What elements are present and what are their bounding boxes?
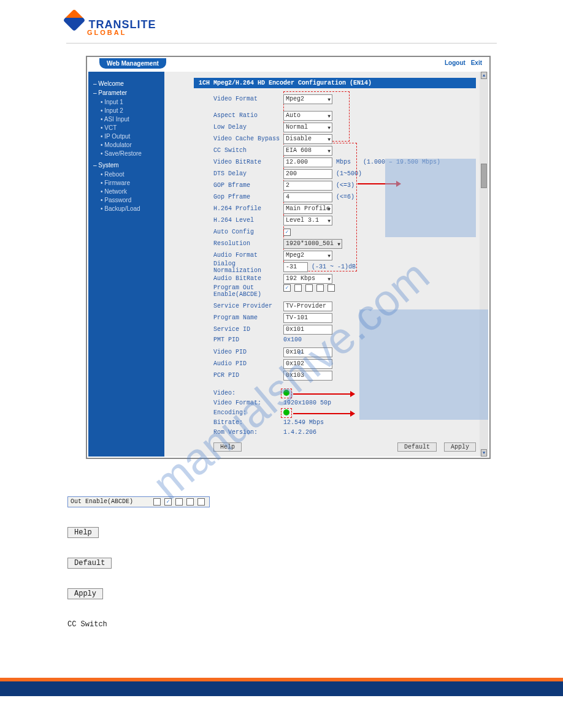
label-audio-bitrate: Audio BitRate xyxy=(213,275,283,282)
status-bitrate-value: 12.549 Mbps xyxy=(283,419,324,429)
checkbox-out-d[interactable] xyxy=(316,284,324,292)
select-aspect-ratio[interactable]: Auto xyxy=(283,111,332,121)
out-enable-strip: Out Enable(ABCDE) ✓ xyxy=(67,496,210,507)
input-audio-pid[interactable]: 0x102 xyxy=(283,359,332,369)
arrow-video xyxy=(293,393,354,395)
status-bitrate-label: Bitrate: xyxy=(213,419,283,429)
sidebar-item-ipout[interactable]: IP Output xyxy=(101,132,159,141)
sidebar: Welcome Parameter Input 1 Input 2 ASI In… xyxy=(88,72,164,457)
status-video-label: Video: xyxy=(213,390,283,400)
label-video-pid: Video PID xyxy=(213,349,283,355)
select-h264-level[interactable]: Level 3.1 xyxy=(283,216,332,226)
select-low-delay[interactable]: Normal xyxy=(283,123,332,132)
sidebar-item-network[interactable]: Network xyxy=(101,188,159,196)
input-gop-pframe[interactable]: 4 xyxy=(283,192,332,202)
checkbox2-d[interactable] xyxy=(186,498,194,506)
sidebar-item-input2[interactable]: Input 2 xyxy=(101,107,159,115)
sidebar-item-save[interactable]: Save/Restore xyxy=(101,150,159,158)
suffix-gop-pframe: (<=6) xyxy=(336,194,354,200)
apply-button[interactable]: Apply xyxy=(444,442,476,452)
label-prog-out: Program OutEnable(ABCDE) xyxy=(213,284,283,298)
status-rom-value: 1.4.2.206 xyxy=(283,429,316,439)
status-video-dot-icon xyxy=(283,390,289,396)
sidebar-item-reboot[interactable]: Reboot xyxy=(101,170,159,179)
select-audio-bitrate[interactable]: 192 Kbps xyxy=(283,274,332,284)
exit-link[interactable]: Exit xyxy=(471,59,482,66)
label-audio-pid: Audio PID xyxy=(213,360,283,367)
select-cc-switch[interactable]: EIA 608 xyxy=(283,146,332,156)
sidebar-item-backup[interactable]: Backup/Load xyxy=(101,205,159,213)
suffix-gop-bframe: (<=3) xyxy=(336,182,354,189)
select-resolution[interactable]: 1920*1080_50i xyxy=(283,239,342,249)
label-pmt-pid: PMT PID xyxy=(213,336,283,343)
help-button[interactable]: Help xyxy=(213,442,242,452)
input-gop-bframe[interactable]: 2 xyxy=(283,181,332,191)
checkbox2-c[interactable] xyxy=(175,498,183,506)
divider xyxy=(66,43,497,44)
sidebar-item-password[interactable]: Password xyxy=(101,196,159,205)
label-video-format: Video Format xyxy=(213,96,283,102)
input-dts-delay[interactable]: 200 xyxy=(283,169,332,179)
logo-icon xyxy=(63,9,86,32)
status-vformat-value: 1920x1080 50p xyxy=(283,400,331,409)
scroll-thumb[interactable] xyxy=(481,164,487,188)
sidebar-welcome[interactable]: Welcome xyxy=(93,80,124,87)
checkbox-out-c[interactable] xyxy=(305,284,313,292)
checkbox-out-a[interactable]: ✓ xyxy=(283,284,291,292)
default-button[interactable]: Default xyxy=(397,442,437,452)
status-encoding-label: Encoding: xyxy=(213,409,283,419)
sidebar-system[interactable]: System xyxy=(93,162,119,169)
label-service-id: Service ID xyxy=(213,326,283,333)
checkbox2-e[interactable] xyxy=(197,498,205,506)
sidebar-item-modulator[interactable]: Modulator xyxy=(101,141,159,150)
label-gop-pframe: Gop Pframe xyxy=(213,194,283,200)
checkbox2-b[interactable]: ✓ xyxy=(164,498,172,506)
checkbox-out-b[interactable] xyxy=(294,284,302,292)
label-aspect-ratio: Aspect Ratio xyxy=(213,112,283,119)
select-video-format[interactable]: Mpeg2 xyxy=(283,94,332,104)
logout-link[interactable]: Logout xyxy=(445,59,465,66)
label-h264-level: H.264 Level xyxy=(213,217,283,224)
label-program-name: Program Name xyxy=(213,314,283,321)
suffix-dts-delay: (1~500) xyxy=(336,170,362,177)
tab-web-management[interactable]: Web Management xyxy=(99,58,166,69)
input-video-bitrate[interactable]: 12.000 xyxy=(283,157,332,167)
input-service-provider[interactable]: TV-Provider xyxy=(283,301,332,311)
sample-help-button[interactable]: Help xyxy=(67,527,99,538)
label-auto-config: Auto Config xyxy=(213,229,283,235)
overlay-block-1 xyxy=(385,159,476,237)
label-video-bitrate: Video BitRate xyxy=(213,159,283,165)
scroll-up-icon[interactable]: ▲ xyxy=(481,72,487,79)
sample-apply-button[interactable]: Apply xyxy=(67,588,103,599)
out-enable-label: Out Enable(ABCDE) xyxy=(71,498,133,505)
checkbox-out-e[interactable] xyxy=(327,284,335,292)
brand-logo: TRANSLITE GLOBAL xyxy=(66,12,563,37)
sidebar-item-asi[interactable]: ASI Input xyxy=(101,115,159,124)
input-program-name[interactable]: TV-101 xyxy=(283,313,332,323)
input-service-id[interactable]: 0x101 xyxy=(283,325,332,335)
sidebar-item-vct[interactable]: VCT xyxy=(101,124,159,132)
suffix-dialog-norm: (-31 ~ -1)dB xyxy=(312,264,356,270)
sample-default-button[interactable]: Default xyxy=(67,558,112,569)
status-encoding-dot-icon xyxy=(283,409,289,415)
sidebar-item-firmware[interactable]: Firmware xyxy=(101,179,159,188)
input-dialog-norm[interactable]: -31 xyxy=(283,262,308,272)
input-pcr-pid[interactable]: 0x103 xyxy=(283,371,332,381)
input-video-pid[interactable]: 0x101 xyxy=(283,347,332,357)
screenshot-frame: Web Management Logout Exit Welcome Param… xyxy=(86,56,491,459)
sample-cc-switch-text: CC Switch xyxy=(67,620,107,629)
label-resolution: Resolution xyxy=(213,240,283,247)
checkbox2-a[interactable] xyxy=(153,498,161,506)
footer-bar xyxy=(0,678,563,696)
sidebar-item-input1[interactable]: Input 1 xyxy=(101,98,159,107)
checkbox-auto-config[interactable]: ✓ xyxy=(283,229,291,236)
select-h264-profile[interactable]: Main Profile xyxy=(283,204,332,214)
select-video-cache[interactable]: Disable xyxy=(283,134,332,144)
status-vformat-label: Video Format: xyxy=(213,400,283,409)
select-audio-format[interactable]: Mpeg2 xyxy=(283,251,332,260)
label-dialog-norm: Dialog Normalization xyxy=(213,260,283,274)
label-video-cache: Video Cache Bypass xyxy=(213,135,283,142)
sidebar-parameter[interactable]: Parameter xyxy=(93,89,127,96)
panel-title: 1CH Mpeg2/H.264 HD Encoder Configuration… xyxy=(194,78,476,88)
scroll-down-icon[interactable]: ▼ xyxy=(481,449,487,457)
